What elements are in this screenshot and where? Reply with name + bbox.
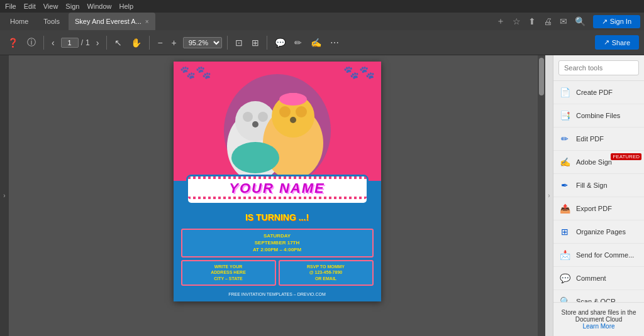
tool-item-comment[interactable]: 💬Comment (553, 267, 644, 290)
mail-icon[interactable]: ✉ (560, 16, 567, 26)
new-tab-icon[interactable]: ＋ (496, 16, 505, 27)
tool-item-combine-files[interactable]: 📑Combine Files (553, 104, 644, 127)
scan-ocr-label: Scan & OCR (576, 298, 639, 302)
address-line1: WRITE YOUR (185, 264, 272, 270)
search-tools-input[interactable] (558, 60, 639, 75)
menu-item-edit[interactable]: Edit (24, 3, 36, 10)
create-pdf-icon: 📄 (558, 86, 571, 99)
svg-point-5 (252, 121, 258, 127)
comment-icon: 💬 (558, 272, 571, 285)
search-icon[interactable]: 🔍 (575, 16, 586, 26)
edit-pdf-icon: ✏ (558, 133, 571, 145)
nav-prev-icon[interactable]: ‹ (49, 35, 57, 50)
toolbar-right: ↗ Share (595, 35, 639, 50)
turning-text: IS TURNING ...! (174, 211, 381, 226)
tab-active-document[interactable]: Skey And Everest A... × (69, 13, 155, 30)
menu-item-window[interactable]: Window (87, 3, 111, 10)
scan-ocr-icon: 🔍 (558, 295, 571, 302)
tools-grid-icon[interactable]: ⊞ (249, 35, 262, 50)
print-icon[interactable]: 🖨 (543, 16, 552, 26)
organize-pages-icon: ⊞ (558, 225, 571, 238)
toolbar-separator-4 (227, 36, 228, 50)
cloud-upload-icon[interactable]: ⬆ (528, 16, 536, 26)
nav-next-icon[interactable]: › (94, 35, 102, 50)
tool-item-fill-sign[interactable]: ✒Fill & Sign (553, 174, 644, 197)
pdf-viewer[interactable]: 🐾🐾 🐾🐾 (9, 55, 545, 336)
tab-active-label: Skey And Everest A... (75, 18, 142, 25)
right-toggle-icon: › (548, 192, 550, 199)
toolbar-separator-1 (43, 36, 44, 50)
left-panel-toggle[interactable]: › (0, 55, 9, 336)
footer-store-text: Store and share files in the Document Cl… (558, 309, 639, 323)
tool-item-edit-pdf[interactable]: ✏Edit PDF (553, 127, 644, 151)
svg-point-10 (290, 117, 296, 123)
combine-files-label: Combine Files (576, 112, 639, 119)
page-total: 1 (86, 38, 90, 47)
zoom-select[interactable]: 95.2% 50% 75% 100% 125% (183, 37, 222, 48)
svg-point-8 (279, 106, 291, 117)
menu-item-file[interactable]: File (5, 3, 16, 10)
fit-page-icon[interactable]: ⊡ (233, 35, 245, 50)
toolbar: ❓ ⓘ ‹ / 1 › ↖ ✋ − + 95.2% 50% 75% 100% 1… (0, 30, 644, 55)
learn-more-link[interactable]: Learn More (558, 323, 639, 330)
banner-dots-top (188, 176, 367, 179)
right-panel-footer: Store and share files in the Document Cl… (553, 302, 644, 336)
rsvp-line2: @ 123-456-7890 (282, 269, 370, 276)
sign-in-button[interactable]: ↗ Sign In (593, 15, 640, 28)
toolbar-separator-3 (149, 36, 150, 50)
help-icon[interactable]: ❓ (5, 35, 21, 50)
toolbar-separator-2 (106, 36, 107, 50)
share-button[interactable]: ↗ Share (595, 35, 639, 50)
rsvp-box: RSVP TO MOMMY @ 123-456-7890 OR EMAIL (279, 260, 374, 286)
your-name-text: YOUR NAME (188, 180, 367, 197)
tool-item-send-for-comment[interactable]: 📩Send for Comme... (553, 244, 644, 267)
tool-item-organize-pages[interactable]: ⊞Organize Pages (553, 220, 644, 244)
date-line1: SATURDAY (185, 232, 370, 239)
address-box: WRITE YOUR ADDRESS HERE CITY – STATE (181, 260, 276, 286)
more-tools-icon[interactable]: ⋯ (328, 35, 341, 50)
tab-bar-actions: ＋ ☆ ⬆ 🖨 ✉ 🔍 ↗ Sign In (496, 15, 640, 28)
sign-tool-icon[interactable]: ✍ (308, 35, 324, 50)
tab-bar: Home Tools Skey And Everest A... × ＋ ☆ ⬆… (0, 13, 644, 30)
menu-bar: const menuData = JSON.parse(document.get… (0, 0, 644, 13)
tool-item-export-pdf[interactable]: 📤Export PDF (553, 197, 644, 220)
tab-tools[interactable]: Tools (37, 13, 66, 30)
tab-close-button[interactable]: × (145, 18, 149, 25)
tab-home[interactable]: Home (4, 13, 35, 30)
combine-files-icon: 📑 (558, 109, 571, 122)
zoom-out-icon[interactable]: − (155, 35, 165, 50)
menu-item-sign[interactable]: Sign (65, 3, 79, 10)
pdf-scroll-thumb[interactable] (539, 58, 544, 95)
tool-item-adobe-sign[interactable]: ✍Adobe SignFEATURED (553, 151, 644, 174)
toolbar-separator-5 (267, 36, 267, 50)
tool-item-scan-ocr[interactable]: 🔍Scan & OCR (553, 290, 644, 302)
bookmark-icon[interactable]: ☆ (513, 16, 521, 26)
pdf-pink-section: 🐾🐾 🐾🐾 (174, 62, 381, 181)
date-line2: SEPTEMBER 17TH (185, 239, 370, 246)
edit-pdf-label: Edit PDF (576, 135, 639, 143)
page-input[interactable] (61, 38, 79, 48)
right-panel-toggle[interactable]: › (545, 55, 553, 336)
rsvp-line3: OR EMAIL (282, 276, 370, 282)
pdf-scrollbar[interactable] (538, 55, 545, 336)
create-pdf-label: Create PDF (576, 89, 639, 96)
page-nav: / 1 (61, 38, 90, 48)
banner-dots-bottom (188, 197, 367, 199)
hand-tool-icon[interactable]: ✋ (128, 35, 144, 50)
menu-item-view[interactable]: View (43, 3, 58, 10)
sign-in-label: Sign In (610, 18, 631, 25)
address-line2: ADDRESS HERE (185, 269, 272, 276)
tool-item-create-pdf[interactable]: 📄Create PDF (553, 81, 644, 104)
zoom-in-icon[interactable]: + (169, 35, 179, 50)
comment-bubble-icon[interactable]: 💬 (272, 35, 288, 50)
main-area: › 🐾🐾 🐾🐾 (0, 55, 644, 336)
info-icon[interactable]: ⓘ (25, 35, 38, 51)
organize-pages-label: Organize Pages (576, 228, 639, 236)
fill-sign-label: Fill & Sign (576, 182, 639, 189)
svg-point-4 (258, 112, 268, 122)
pencil-tool-icon[interactable]: ✏ (292, 35, 304, 50)
svg-point-3 (243, 112, 253, 122)
menu-item-help[interactable]: Help (119, 3, 134, 10)
search-tools-section (553, 55, 644, 81)
cursor-tool-icon[interactable]: ↖ (112, 35, 125, 50)
